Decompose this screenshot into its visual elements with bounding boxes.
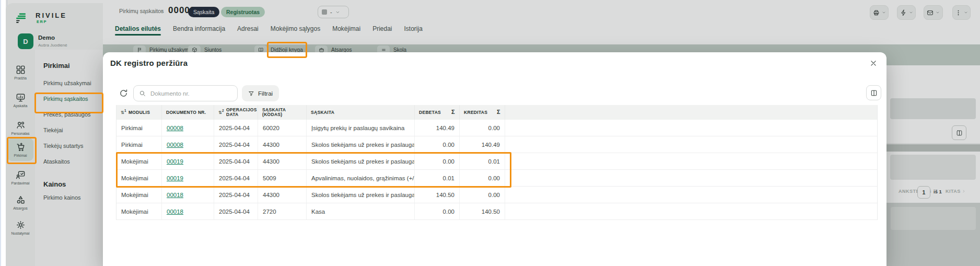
sort-indicator-icon[interactable]: ⇅2 (218, 109, 224, 115)
cell-date: 2025-04-04 (214, 187, 258, 203)
table-row[interactable]: Mokėjimai 00019 2025-04-04 5009 Apvalini… (116, 170, 877, 187)
cell-filler (505, 187, 877, 203)
document-link[interactable]: 00019 (167, 175, 183, 181)
table-row[interactable]: Mokėjimai 00019 2025-04-04 44300 Skolos … (116, 153, 877, 170)
cell-credit: 0.00 (460, 170, 505, 186)
column-header[interactable]: ⇅2 OPERACIJOS DATA (214, 105, 258, 120)
cell-document: 00018 (162, 187, 214, 203)
cell-module: Mokėjimai (116, 187, 162, 203)
column-label: SĄSKAITA (KODAS) (262, 108, 302, 117)
sigma-sum-button[interactable]: Σ (497, 109, 500, 115)
cell-date: 2025-04-04 (214, 203, 258, 219)
search-input[interactable] (149, 90, 230, 97)
cell-debit: 0.00 (415, 203, 460, 219)
cell-account-code: 44300 (258, 187, 307, 203)
cell-account-code: 44300 (258, 153, 307, 169)
cell-debit: 0.01 (415, 170, 460, 186)
document-link[interactable]: 00008 (167, 125, 183, 131)
document-link[interactable]: 00008 (167, 142, 183, 148)
screenshot-root: { "brand": {"name": "RIVILE", "sub": "ER… (0, 0, 980, 266)
modal-title: DK registro peržiūra (110, 59, 188, 67)
cell-account-code: 44300 (258, 136, 307, 153)
column-header[interactable]: ⇅1 MODULIS (116, 105, 162, 120)
column-label: MODULIS (129, 110, 150, 115)
cell-document: 00008 (162, 120, 214, 136)
cell-filler (505, 120, 877, 136)
cell-account-name: Apvalinimas, nuolaidos, grąžinimas (+/-) (307, 170, 415, 186)
columns-icon (870, 89, 878, 97)
cell-debit: 0.00 (415, 136, 460, 153)
cell-module: Pirkimai (116, 136, 162, 153)
column-label: DEBETAS (419, 110, 441, 115)
table-row[interactable]: Pirkimai 00008 2025-04-04 60020 Įsigytų … (116, 120, 877, 136)
column-header[interactable]: KREDITAS Σ (460, 105, 505, 120)
cell-module: Mokėjimai (116, 203, 162, 219)
document-link[interactable]: 00018 (167, 192, 183, 198)
table-header-row: ⇅1 MODULIS DOKUMENTO NR. ⇅2 OPERACIJOS D… (116, 105, 877, 120)
column-label: SĄSKAITA (311, 110, 334, 115)
cell-credit: 0.00 (460, 187, 505, 203)
cell-module: Mokėjimai (116, 170, 162, 186)
column-header[interactable]: SĄSKAITA (307, 105, 415, 120)
column-header[interactable]: SĄSKAITA (KODAS) (258, 105, 307, 120)
cell-account-name: Skolos tiekėjams už prekes ir paslaugas (307, 153, 415, 169)
close-icon[interactable] (868, 57, 879, 69)
document-link[interactable]: 00019 (167, 158, 183, 165)
filters-button[interactable]: Filtrai (242, 85, 279, 101)
search-icon (139, 90, 146, 97)
cell-date: 2025-04-04 (214, 170, 258, 186)
columns-settings-button[interactable] (866, 85, 881, 100)
cell-credit: 140.49 (460, 136, 505, 153)
cell-module: Pirkimai (116, 120, 162, 136)
cell-filler (505, 153, 877, 169)
cell-document: 00008 (162, 136, 214, 153)
cell-filler (505, 170, 877, 186)
column-header[interactable]: DEBETAS Σ (415, 105, 460, 120)
cell-credit: 0.00 (460, 120, 505, 136)
table-row[interactable]: Pirkimai 00008 2025-04-04 44300 Skolos t… (116, 136, 877, 153)
cell-account-name: Skolos tiekėjams už prekes ir paslaugas (307, 136, 415, 153)
column-label: KREDITAS (464, 110, 487, 115)
cell-date: 2025-04-04 (214, 153, 258, 169)
dk-register-modal: DK registro peržiūra Filtrai ⇅1 MODULIS … (103, 52, 886, 266)
cell-document: 00019 (162, 153, 214, 169)
filters-label: Filtrai (258, 90, 273, 97)
column-label: DOKUMENTO NR. (166, 110, 206, 115)
cell-account-name: Kasa (307, 203, 415, 219)
cell-credit: 140.50 (460, 203, 505, 219)
cell-debit: 0.00 (415, 153, 460, 169)
cell-account-code: 2720 (258, 203, 307, 219)
cell-filler (505, 136, 877, 153)
column-header[interactable]: DOKUMENTO NR. (162, 105, 214, 120)
funnel-icon (248, 90, 254, 97)
cell-filler (505, 203, 877, 219)
cell-module: Mokėjimai (116, 153, 162, 169)
sort-indicator-icon[interactable]: ⇅1 (121, 109, 126, 115)
cell-date: 2025-04-04 (214, 120, 258, 136)
cell-credit: 0.01 (460, 153, 505, 169)
cell-date: 2025-04-04 (214, 136, 258, 153)
cell-account-name: Įsigytų prekių ir paslaugų savikaina (307, 120, 415, 136)
cell-account-code: 5009 (258, 170, 307, 186)
refresh-icon[interactable] (117, 87, 130, 100)
column-header[interactable] (505, 105, 877, 120)
document-link[interactable]: 00018 (167, 209, 183, 215)
cell-document: 00019 (162, 170, 214, 186)
search-field (133, 85, 238, 101)
sigma-sum-button[interactable]: Σ (451, 109, 455, 115)
cell-document: 00018 (162, 203, 214, 219)
cell-debit: 140.49 (415, 120, 460, 136)
cell-account-code: 60020 (258, 120, 307, 136)
cell-account-name: Skolos tiekėjams už prekes ir paslaugas (307, 187, 415, 203)
cell-debit: 140.50 (415, 187, 460, 203)
table-row[interactable]: Mokėjimai 00018 2025-04-04 2720 Kasa 0.0… (116, 203, 877, 220)
gl-register-table: ⇅1 MODULIS DOKUMENTO NR. ⇅2 OPERACIJOS D… (116, 105, 878, 220)
table-body: Pirkimai 00008 2025-04-04 60020 Įsigytų … (116, 120, 877, 220)
table-row[interactable]: Mokėjimai 00018 2025-04-04 44300 Skolos … (116, 187, 877, 203)
column-label: OPERACIJOS DATA (226, 108, 257, 117)
